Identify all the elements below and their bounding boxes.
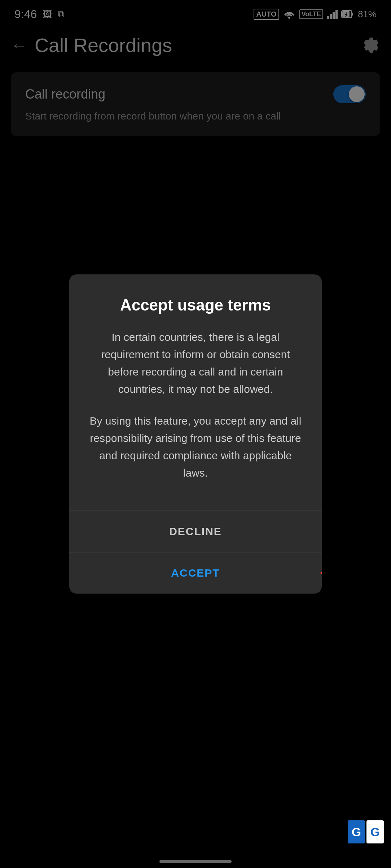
watermark-logo: G G bbox=[348, 817, 384, 846]
modal-paragraph-2: By using this feature, you accept any an… bbox=[87, 412, 304, 482]
modal-title: Accept usage terms bbox=[87, 296, 304, 314]
accept-arrow bbox=[320, 559, 322, 587]
modal-paragraph-1: In certain countries, there is a legal r… bbox=[87, 329, 304, 398]
accept-button[interactable]: ACCEPT bbox=[69, 552, 322, 594]
decline-button[interactable]: DECLINE bbox=[69, 511, 322, 552]
modal-overlay: Accept usage terms In certain countries,… bbox=[0, 0, 391, 868]
usage-terms-modal: Accept usage terms In certain countries,… bbox=[69, 274, 322, 594]
home-indicator bbox=[159, 860, 232, 863]
